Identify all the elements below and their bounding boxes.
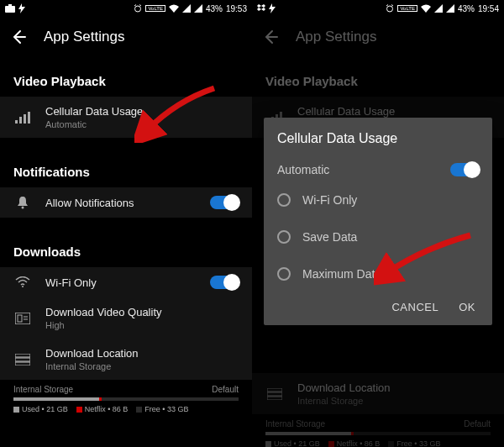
sub-location: Internal Storage — [45, 361, 239, 371]
battery-text: 43% — [206, 4, 223, 13]
signal-icon — [182, 4, 191, 13]
svg-rect-20 — [15, 362, 30, 365]
radio-icon — [277, 193, 291, 207]
svg-point-13 — [22, 286, 24, 287]
svg-rect-10 — [24, 114, 26, 124]
svg-marker-6 — [182, 4, 191, 13]
label-wifi-only: Wi-Fi Only — [45, 276, 197, 289]
row-wifi-only[interactable]: Wi-Fi Only — [0, 267, 252, 297]
dialog-ok-button[interactable]: OK — [459, 301, 475, 313]
back-button[interactable] — [10, 29, 27, 45]
toggle-automatic[interactable] — [450, 163, 479, 176]
svg-rect-15 — [18, 315, 22, 322]
option-label-wifi: Wi-Fi Only — [302, 193, 357, 207]
section-downloads: Downloads Wi-Fi Only Download Video Qual… — [0, 228, 252, 380]
section-playback: Video Playback Cellular Data Usage Autom… — [0, 57, 252, 138]
clock: 19:53 — [226, 4, 247, 13]
app-bar: App Settings — [0, 17, 252, 57]
toggle-wifi-only[interactable] — [210, 276, 239, 289]
bolt-icon — [18, 3, 25, 13]
radio-icon — [277, 230, 291, 244]
signal-icon-2 — [194, 4, 202, 13]
label-cellular: Cellular Data Usage — [45, 105, 239, 118]
svg-line-4 — [134, 5, 136, 7]
option-label-max: Maximum Data — [302, 267, 381, 281]
dialog-title: Cellular Data Usage — [277, 131, 479, 146]
quality-icon — [13, 313, 32, 324]
legend-free: Free • 33 GB — [144, 405, 188, 413]
svg-marker-2 — [18, 3, 25, 13]
svg-point-12 — [22, 207, 24, 209]
row-allow-notifications[interactable]: Allow Notifications — [0, 187, 252, 218]
section-title-notifications: Notifications — [0, 160, 252, 187]
row-download-location[interactable]: Download Location Internal Storage — [0, 339, 252, 380]
section-title-downloads: Downloads — [0, 239, 252, 267]
svg-rect-1 — [8, 4, 12, 7]
svg-rect-0 — [5, 6, 15, 13]
screen-right: VoLTE 43% 19:54 App Settings Video Playb… — [252, 0, 504, 447]
storage-bar — [13, 397, 239, 401]
storage-icon — [13, 354, 32, 365]
toggle-notifications[interactable] — [210, 196, 239, 209]
radio-icon — [277, 267, 291, 281]
bars-icon — [13, 112, 32, 124]
legend-used: Used • 21 GB — [22, 405, 68, 413]
label-quality: Download Video Quality — [45, 306, 239, 318]
svg-point-3 — [135, 6, 141, 12]
screen-left: VoLTE 43% 19:53 App Settings Video Playb… — [0, 0, 252, 447]
option-maximum-data[interactable]: Maximum Data — [277, 255, 479, 292]
legend-netflix: Netflix • 86 B — [85, 405, 129, 413]
section-title-playback: Video Playback — [0, 69, 252, 97]
svg-rect-8 — [15, 120, 18, 124]
volte-badge: VoLTE — [145, 5, 165, 12]
option-label-save: Save Data — [302, 230, 357, 244]
svg-rect-19 — [15, 358, 30, 361]
storage-footer: Internal Storage Default Used • 21 GB Ne… — [0, 380, 252, 417]
bell-icon — [13, 196, 32, 209]
option-save-data[interactable]: Save Data — [277, 218, 479, 255]
page-title: App Settings — [44, 29, 124, 45]
storage-label: Internal Storage — [13, 385, 73, 394]
label-location: Download Location — [45, 347, 239, 360]
wifi-icon-row — [13, 276, 32, 288]
alarm-icon — [134, 4, 142, 13]
cellular-data-dialog: Cellular Data Usage Automatic Wi-Fi Only… — [264, 118, 492, 325]
dialog-cancel-button[interactable]: CANCEL — [391, 301, 438, 313]
svg-rect-18 — [15, 354, 30, 357]
camera-icon — [5, 4, 15, 13]
label-notifications: Allow Notifications — [45, 197, 197, 209]
row-download-quality[interactable]: Download Video Quality High — [0, 297, 252, 339]
option-wifi-only[interactable]: Wi-Fi Only — [277, 181, 479, 218]
svg-line-5 — [139, 5, 141, 7]
sub-cellular: Automatic — [45, 119, 239, 129]
status-bar: VoLTE 43% 19:53 — [0, 0, 252, 17]
storage-default: Default — [212, 385, 239, 394]
dialog-automatic-label: Automatic — [277, 163, 329, 176]
section-notifications: Notifications Allow Notifications — [0, 148, 252, 218]
row-cellular-data[interactable]: Cellular Data Usage Automatic — [0, 97, 252, 138]
sub-quality: High — [45, 320, 239, 330]
svg-marker-7 — [194, 4, 202, 13]
wifi-icon — [169, 4, 179, 13]
svg-rect-9 — [19, 117, 22, 124]
svg-rect-11 — [28, 112, 30, 124]
